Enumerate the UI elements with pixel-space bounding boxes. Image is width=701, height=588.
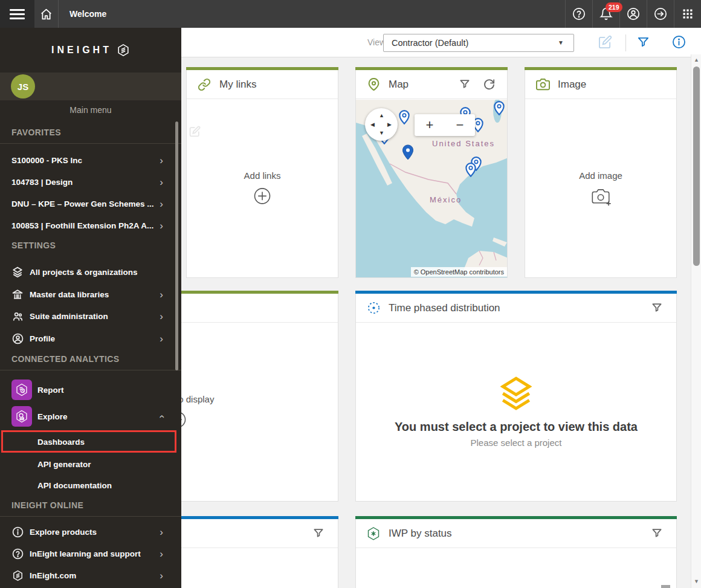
widget-title: Image: [558, 79, 586, 91]
sidebar-item-all-projects[interactable]: All projects & organizations: [0, 261, 181, 283]
sidebar-item-api-generator[interactable]: API generator: [0, 453, 181, 475]
chevron-right-icon: ›: [160, 155, 163, 166]
sidebar-scrollbar-thumb[interactable]: [175, 121, 178, 370]
person-circle-icon: [627, 7, 640, 21]
apps-grid-icon: [682, 8, 694, 20]
chevron-right-icon: ›: [160, 549, 163, 559]
map-marker[interactable]: [465, 163, 476, 177]
sidebar-item-explore[interactable]: Explore ›: [0, 404, 181, 429]
edit-favorites-icon[interactable]: [189, 126, 201, 138]
chevron-right-icon: ›: [160, 177, 163, 187]
zoom-in-button[interactable]: +: [415, 114, 445, 136]
logout-icon: [654, 7, 667, 21]
map-pan-control[interactable]: ▲ ▼ ◀ ▶: [365, 108, 398, 141]
tab-welcome-label: Welcome: [69, 9, 106, 19]
widget-body: Add links: [187, 100, 338, 277]
sidebar-item-ineight-com[interactable]: InEight.com›: [0, 564, 181, 586]
widget-body: Add image: [525, 100, 676, 277]
chevron-right-icon: ›: [160, 289, 163, 300]
sidebar-item-master-data-libraries[interactable]: Master data libraries›: [0, 283, 181, 305]
user-row: JS: [0, 73, 181, 100]
page-scrollbar-thumb[interactable]: [693, 66, 700, 266]
sidebar-item-report[interactable]: Report: [0, 377, 181, 402]
logout-button[interactable]: [647, 0, 674, 28]
chevron-right-icon: ›: [160, 311, 163, 321]
home-button[interactable]: [34, 0, 59, 28]
help-icon: [11, 548, 24, 560]
widget-header: My links: [187, 70, 338, 99]
widget-header: Image: [525, 70, 676, 99]
view-toolbar: View: Contractor (Default) ▼: [181, 28, 701, 57]
scroll-down-arrow[interactable]: ▼: [691, 578, 701, 584]
add-image-button[interactable]: [592, 187, 610, 205]
sidebar-item-favorite-project[interactable]: 100853 | Foothill Extension Ph2A A...›: [0, 215, 181, 236]
widget-body: Ready for review Rejected Construction c…: [356, 549, 676, 588]
iwp-filter-button[interactable]: [651, 527, 664, 540]
add-links-button[interactable]: [253, 187, 271, 205]
apps-grid-button[interactable]: [674, 0, 701, 28]
help-button[interactable]: [565, 0, 592, 28]
scroll-up-arrow[interactable]: ▲: [691, 57, 701, 63]
hamburger-menu-button[interactable]: [0, 0, 34, 28]
sidebar-item-learning-support[interactable]: InEight learning and support›: [0, 543, 181, 564]
ineight-logo: INEIGHT: [0, 28, 181, 73]
connected-analytics-section-header: CONNECTED ANALYTICS: [11, 354, 119, 364]
filter-button[interactable]: [636, 35, 651, 50]
ineight-hexagon-icon: [117, 44, 130, 57]
favorites-section-header: FAVORITES: [11, 128, 61, 137]
settings-section-header: SETTINGS: [11, 241, 56, 250]
home-icon: [40, 8, 53, 21]
pan-right-arrow[interactable]: ▶: [387, 121, 392, 128]
sidebar-item-favorite-project[interactable]: DNU – KPE – Power Gen Schemes ...›: [0, 193, 181, 215]
map-marker-selected[interactable]: [402, 144, 414, 160]
sidebar-item-api-documentation[interactable]: API documentation: [0, 474, 181, 496]
widget-title: Map: [389, 79, 409, 91]
select-project-message: You must select a project to view this d…: [356, 420, 676, 434]
chevron-right-icon: ›: [160, 199, 163, 209]
pan-down-arrow[interactable]: ▼: [379, 130, 384, 136]
widget-time-phased-distribution: Time phased distribution You must select…: [355, 293, 677, 502]
tab-welcome[interactable]: Welcome: [59, 0, 117, 28]
page-scrollbar[interactable]: ▲ ▼: [691, 54, 701, 588]
sidebar-item-favorite-project[interactable]: S100000 - PKS Inc›: [0, 149, 181, 171]
widget-header: Map: [356, 70, 507, 99]
iwp-inner-scrollbar[interactable]: [661, 585, 670, 588]
notification-count-badge: 219: [606, 2, 622, 12]
view-selected-value: Contractor (Default): [392, 38, 468, 48]
bottom-left-filter-button[interactable]: [312, 527, 326, 540]
time-phased-filter-button[interactable]: [651, 302, 664, 315]
layers-icon: [11, 266, 24, 278]
map-marker[interactable]: [494, 101, 505, 115]
info-button[interactable]: [672, 35, 686, 50]
map-refresh-button[interactable]: [483, 78, 496, 91]
widget-image: Image Add image: [525, 69, 677, 278]
help-icon: [572, 7, 586, 21]
sidebar-item-favorite-project[interactable]: 104783 | Design›: [0, 171, 181, 193]
sidebar-item-suite-administration[interactable]: Suite administration›: [0, 305, 181, 327]
map-marker[interactable]: [399, 110, 410, 124]
topbar-actions: 219: [565, 0, 701, 28]
widget-map: Map United States: [355, 69, 508, 278]
pan-left-arrow[interactable]: ◀: [370, 121, 375, 128]
view-select-dropdown[interactable]: Contractor (Default) ▼: [383, 34, 574, 52]
widget-body: You must select a project to view this d…: [356, 323, 676, 501]
chevron-down-icon: ▼: [558, 39, 564, 46]
user-avatar[interactable]: JS: [11, 74, 35, 99]
sidebar-item-profile[interactable]: Profile›: [0, 328, 181, 349]
sidebar-item-explore-products[interactable]: Explore products›: [0, 521, 181, 543]
map-label-united-states: United States: [432, 139, 495, 148]
widget-title: Time phased distribution: [389, 302, 500, 314]
map-filter-button[interactable]: [459, 78, 472, 91]
people-icon: [11, 310, 24, 322]
pan-up-arrow[interactable]: ▲: [379, 112, 384, 118]
ineight-hexagon-icon: [11, 569, 24, 581]
edit-view-button[interactable]: [598, 35, 613, 50]
account-button[interactable]: [619, 0, 647, 28]
ineight-online-section-header: INEIGHT ONLINE: [11, 500, 83, 510]
chevron-right-icon: ›: [160, 570, 163, 581]
zoom-out-button[interactable]: −: [445, 114, 475, 136]
widget-title: IWP by status: [389, 528, 452, 540]
notifications-button[interactable]: 219: [592, 0, 619, 28]
map-canvas[interactable]: United States México ▲ ▼ ◀ ▶: [356, 100, 507, 277]
map-zoom-control: + −: [415, 114, 475, 136]
